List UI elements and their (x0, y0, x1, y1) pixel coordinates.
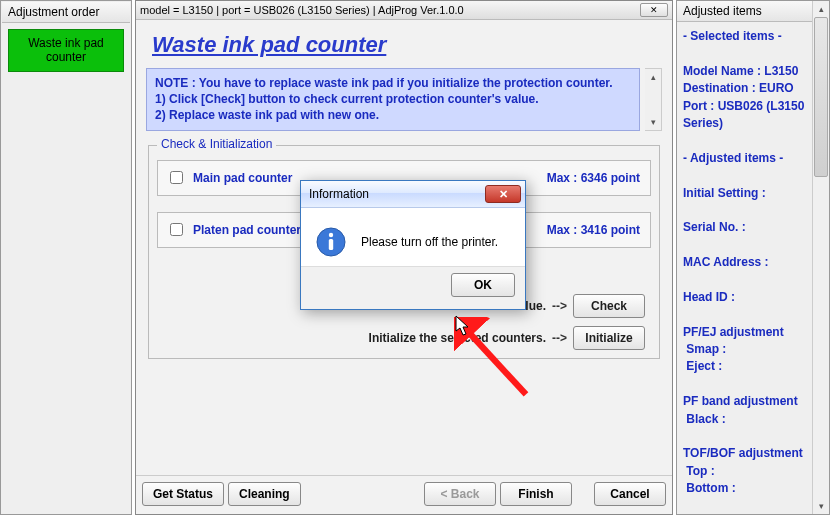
left-panel: Adjustment order Waste ink pad counter (0, 0, 132, 515)
info-line: Model Name : L3150 (683, 63, 808, 80)
window-titlebar: model = L3150 | port = USB026 (L3150 Ser… (136, 1, 672, 20)
arrow-icon: --> (552, 331, 567, 345)
ok-button[interactable]: OK (451, 273, 515, 297)
adjusted-items-header: - Adjusted items - (683, 150, 808, 167)
info-line: Initial Setting : (683, 185, 808, 202)
cancel-button[interactable]: Cancel (594, 482, 666, 506)
info-line: PF/EJ adjustment (683, 324, 808, 341)
waste-ink-pad-button[interactable]: Waste ink pad counter (8, 29, 124, 72)
dialog-close-button[interactable]: ✕ (485, 185, 521, 203)
cleaning-button[interactable]: Cleaning (228, 482, 301, 506)
info-line: Head ID : (683, 289, 808, 306)
note-line: 1) Click [Check] button to check current… (155, 91, 631, 107)
main-pad-checkbox[interactable] (170, 171, 183, 184)
note-line: 2) Replace waste ink pad with new one. (155, 107, 631, 123)
window-close-button[interactable]: ✕ (640, 3, 668, 17)
dialog-titlebar[interactable]: Information ✕ (301, 181, 525, 208)
arrow-icon: --> (552, 299, 567, 313)
finish-button[interactable]: Finish (500, 482, 572, 506)
check-button[interactable]: Check (573, 294, 645, 318)
info-line: Serial No. : (683, 219, 808, 236)
back-button[interactable]: < Back (424, 482, 496, 506)
init-hint: Initialize the selected counters. (369, 331, 546, 345)
left-panel-title: Adjustment order (2, 2, 130, 23)
info-line: Bottom : (683, 480, 808, 497)
main-pad-max: Max : 6346 point (547, 171, 640, 185)
platen-pad-checkbox[interactable] (170, 223, 183, 236)
scroll-down-icon[interactable]: ▾ (813, 498, 829, 514)
selected-items-header: - Selected items - (683, 28, 808, 45)
info-line: Port : USB026 (L3150 Series) (683, 98, 808, 133)
info-line: Black : (683, 411, 808, 428)
svg-point-1 (329, 233, 333, 237)
info-line: Destination : EURO (683, 80, 808, 97)
get-status-button[interactable]: Get Status (142, 482, 224, 506)
info-icon (315, 226, 347, 258)
right-panel-title: Adjusted items (677, 1, 812, 22)
info-line: Smap : (683, 341, 808, 358)
info-line: TOF/BOF adjustment (683, 445, 808, 462)
dialog-message: Please turn off the printer. (361, 235, 498, 249)
info-line: PF band adjustment (683, 393, 808, 410)
note-scrollbar[interactable]: ▴ ▾ (645, 68, 662, 131)
info-line: MAC Address : (683, 254, 808, 271)
info-line: Top : (683, 463, 808, 480)
right-panel: Adjusted items - Selected items - Model … (676, 0, 830, 515)
svg-rect-2 (329, 239, 333, 250)
initialize-button[interactable]: Initialize (573, 326, 645, 350)
group-title: Check & Initialization (157, 137, 276, 151)
bottom-toolbar: Get Status Cleaning < Back Finish Cancel (136, 475, 672, 514)
right-scrollbar[interactable]: ▴ ▾ (812, 1, 829, 514)
note-line: NOTE : You have to replace waste ink pad… (155, 75, 631, 91)
info-line: Eject : (683, 358, 808, 375)
scroll-up-icon[interactable]: ▴ (813, 1, 829, 17)
scroll-down-icon[interactable]: ▾ (645, 114, 661, 130)
note-box: NOTE : You have to replace waste ink pad… (146, 68, 640, 131)
info-dialog: Information ✕ Please turn off the printe… (300, 180, 526, 310)
scroll-thumb[interactable] (814, 17, 828, 177)
page-title: Waste ink pad counter (152, 32, 662, 58)
window-title: model = L3150 | port = USB026 (L3150 Ser… (140, 4, 464, 16)
scroll-up-icon[interactable]: ▴ (645, 69, 661, 85)
platen-pad-max: Max : 3416 point (547, 223, 640, 237)
dialog-title: Information (309, 187, 369, 201)
